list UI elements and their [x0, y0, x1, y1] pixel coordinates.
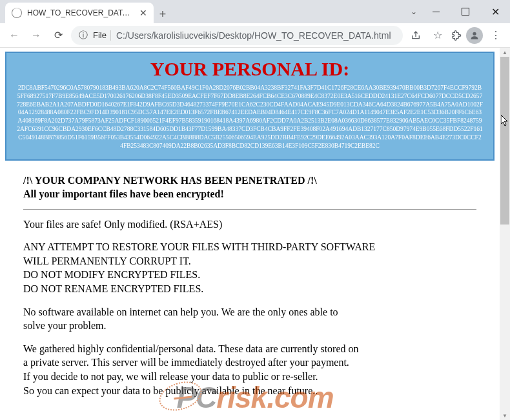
vertical-scrollbar[interactable]: ▲ ▼ — [500, 48, 510, 420]
warning-subline: All your important files have been encry… — [23, 187, 476, 201]
paragraph-gather-3: If you decide to not pay, we will releas… — [23, 370, 476, 384]
tab-title: HOW_TO_RECOVER_DATA.html — [27, 8, 134, 17]
file-icon — [12, 8, 22, 18]
maximize-button[interactable] — [451, 0, 480, 23]
paragraph-rename: DO NOT RENAME ENCRYPTED FILES. — [23, 282, 476, 296]
warning-headline: /!\ YOUR COMPANY NETWORK HAS BEEN PENETR… — [23, 174, 476, 188]
id-hex: 2DC8ABF5470296C0A5780790183B493BA620A8C2… — [17, 84, 483, 150]
paragraph-nosw-1: No software available on internet can he… — [23, 305, 476, 319]
paragraph-attempt-1: ANY ATTEMPT TO RESTORE YOUR FILES WITH T… — [23, 240, 476, 254]
viewport: YOUR PERSONAL ID: 2DC8ABF5470296C0A57807… — [0, 48, 510, 420]
menu-icon[interactable]: ⋮ — [487, 26, 505, 45]
chevron-down-icon[interactable]: ⌄ — [411, 7, 417, 16]
paragraph-attempt-2: WILL PERMANENTLY CORRUPT IT. — [23, 254, 476, 268]
browser-tab[interactable]: HOW_TO_RECOVER_DATA.html ✕ — [5, 3, 154, 23]
browser-toolbar: ← → ⟳ ⓘ File C:/Users/karolisliucveikis/… — [0, 23, 510, 48]
divider — [23, 209, 476, 210]
scrollbar-thumb[interactable] — [500, 57, 509, 225]
paragraph-safe: Your files are safe! Only modified. (RSA… — [23, 217, 476, 232]
window-controls: ⌄ ✕ — [411, 0, 510, 23]
page-content: YOUR PERSONAL ID: 2DC8ABF5470296C0A57807… — [0, 48, 500, 420]
info-icon: ⓘ — [79, 30, 88, 41]
paragraph-gather-4: So you can expect your data to be public… — [23, 384, 476, 398]
minimize-button[interactable] — [421, 0, 451, 23]
share-icon[interactable] — [407, 26, 425, 45]
id-title: YOUR PERSONAL ID: — [17, 58, 483, 80]
profile-avatar[interactable] — [466, 27, 483, 44]
close-button[interactable]: ✕ — [480, 0, 510, 23]
close-tab-icon[interactable]: ✕ — [139, 8, 147, 18]
file-scheme-chip: File — [93, 30, 111, 41]
scheme-label: File — [93, 30, 107, 40]
extensions-icon[interactable] — [451, 30, 462, 41]
bookmark-icon[interactable]: ☆ — [429, 26, 447, 45]
url-text: C:/Users/karolisliucveikis/Desktop/HOW_T… — [116, 30, 391, 41]
personal-id-box: YOUR PERSONAL ID: 2DC8ABF5470296C0A57807… — [5, 52, 495, 161]
paragraph-gather-1: We gathered highly confidential/personal… — [23, 342, 476, 356]
paragraph-modify: DO NOT MODIFY ENCRYPTED FILES. — [23, 268, 476, 282]
ransom-note-body: /!\ YOUR COMPANY NETWORK HAS BEEN PENETR… — [5, 161, 495, 398]
address-bar[interactable]: ⓘ File C:/Users/karolisliucveikis/Deskto… — [71, 26, 403, 45]
back-button[interactable]: ← — [5, 26, 23, 45]
paragraph-gather-2: a private server. This server will be im… — [23, 355, 476, 370]
reload-button[interactable]: ⟳ — [49, 26, 67, 45]
forward-button[interactable]: → — [27, 26, 45, 45]
svg-point-0 — [473, 32, 476, 35]
scroll-down-arrow[interactable]: ▼ — [500, 411, 510, 420]
new-tab-button[interactable]: + — [154, 5, 172, 23]
paragraph-nosw-2: solve your problem. — [23, 319, 476, 333]
scroll-up-arrow[interactable]: ▲ — [500, 48, 510, 57]
